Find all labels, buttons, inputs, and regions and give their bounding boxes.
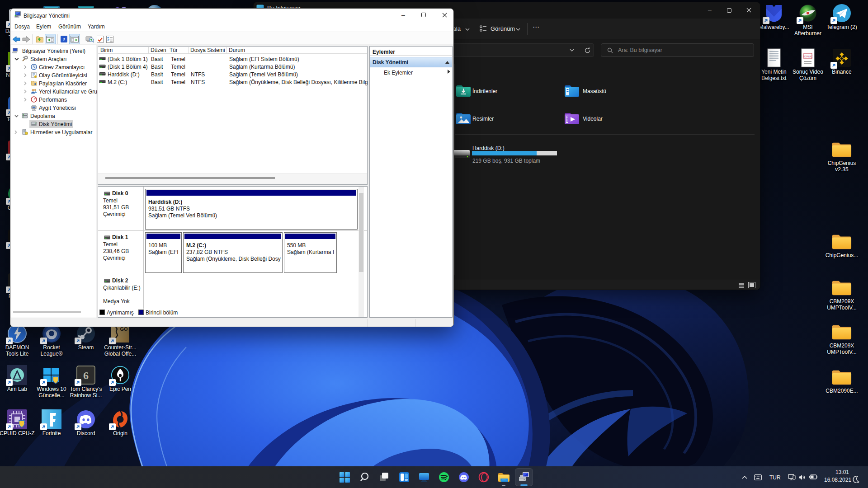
svg-text:?: ?	[63, 37, 66, 42]
svg-text:6: 6	[83, 370, 89, 381]
svg-text:SONUÇ: SONUÇ	[803, 55, 813, 58]
